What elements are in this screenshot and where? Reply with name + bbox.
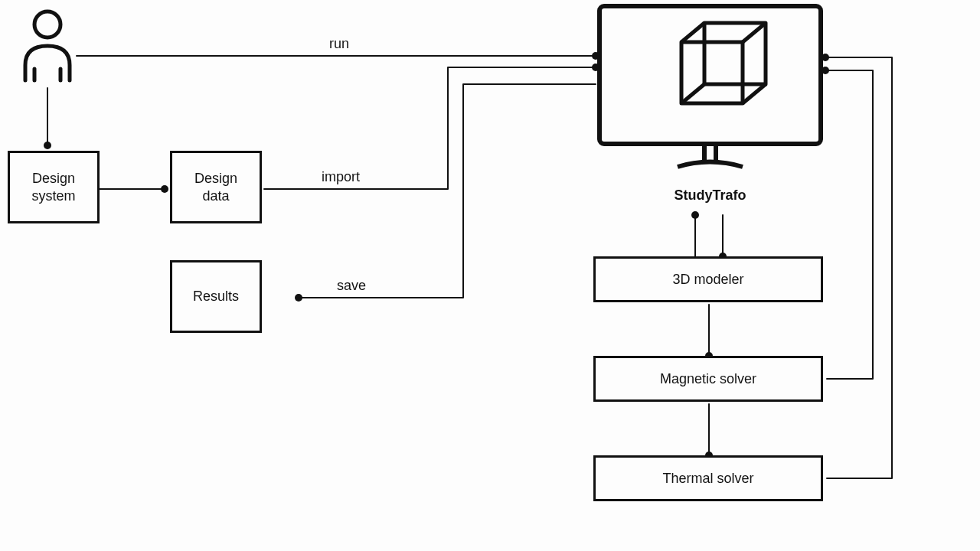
svg-point-5 xyxy=(691,211,699,219)
node-label: Design data xyxy=(194,170,237,204)
node-magnetic-solver: Magnetic solver xyxy=(593,356,823,402)
connectors xyxy=(0,0,980,551)
studytrafo-title: StudyTrafo xyxy=(597,187,823,204)
node-thermal-solver: Thermal solver xyxy=(593,455,823,501)
diagram-canvas: { "nodes": { "design_system": "Design\ns… xyxy=(0,0,980,551)
svg-point-4 xyxy=(295,294,302,302)
node-label: 3D modeler xyxy=(672,271,743,289)
svg-line-17 xyxy=(681,84,704,103)
svg-line-15 xyxy=(681,23,704,42)
svg-rect-12 xyxy=(599,6,821,144)
svg-line-18 xyxy=(743,84,766,103)
studytrafo-label: StudyTrafo xyxy=(674,187,746,203)
user-icon xyxy=(19,8,77,84)
node-label: Results xyxy=(193,288,239,305)
node-label: Thermal solver xyxy=(662,470,753,487)
node-3d-modeler: 3D modeler xyxy=(593,256,823,302)
node-label: Magnetic solver xyxy=(660,370,756,388)
svg-line-16 xyxy=(743,23,766,42)
svg-point-0 xyxy=(44,142,51,149)
node-design-data: Design data xyxy=(170,151,262,223)
monitor-icon xyxy=(597,4,823,180)
svg-point-11 xyxy=(34,11,60,37)
edge-label-save: save xyxy=(337,278,366,294)
node-label: Design system xyxy=(31,170,75,204)
edge-label-import: import xyxy=(322,169,360,185)
edge-label-run: run xyxy=(329,36,349,52)
svg-point-1 xyxy=(161,185,168,193)
node-design-system: Design system xyxy=(8,151,100,223)
node-results: Results xyxy=(170,260,262,333)
